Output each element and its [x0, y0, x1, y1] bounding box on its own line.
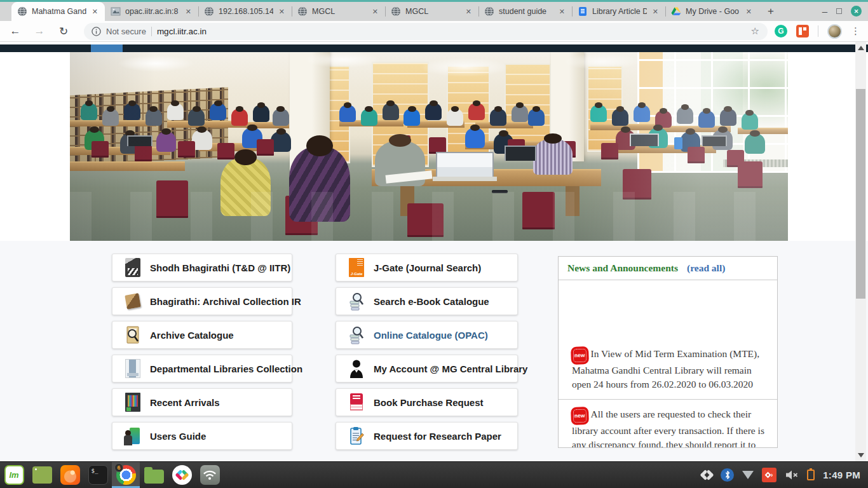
link-shodh-bhagirathi[interactable]: Shodh Bhagirathi (T&D @ IITR) — [112, 254, 292, 281]
bluetooth-icon[interactable] — [721, 468, 734, 482]
taskbar: lm $_ 6 › 1:49 PM — [0, 461, 868, 488]
tab-close-icon[interactable]: ✕ — [91, 8, 99, 16]
link-label: Users Guide — [150, 431, 206, 442]
firefox-launcher[interactable] — [56, 462, 84, 488]
link-label: Book Purchase Request — [374, 397, 484, 408]
site-nav-bar — [0, 44, 868, 52]
books-magnifier-icon — [349, 325, 364, 344]
tab-close-icon[interactable]: ✕ — [745, 8, 753, 16]
link-label: J-Gate (Journal Search) — [374, 262, 481, 273]
tab-title: Library Article D — [592, 7, 647, 16]
image-favicon-icon — [111, 6, 121, 17]
network-settings-launcher[interactable] — [196, 462, 224, 488]
address-bar[interactable]: Not secure mgcl.iitr.ac.in — [84, 23, 768, 40]
reload-button[interactable]: ↻ — [56, 25, 71, 38]
page-scrollbar[interactable] — [855, 42, 866, 461]
tab-close-icon[interactable]: ✕ — [184, 8, 193, 16]
tab-mgcl-2[interactable]: MGCL ✕ — [385, 2, 478, 21]
news-header: News and Announcements (read all) — [559, 257, 777, 280]
files-launcher[interactable] — [140, 462, 168, 488]
extension-icon[interactable] — [796, 25, 809, 37]
red-book-icon — [349, 393, 364, 412]
person-silhouette-icon — [349, 359, 364, 378]
link-recent-arrivals[interactable]: Recent Arrivals — [112, 388, 292, 416]
link-label: My Account @ MG Central Library — [374, 363, 527, 374]
browser-window: Mahatma Gand ✕ opac.iitr.ac.in:8 ✕ 192.1… — [0, 0, 868, 488]
battery-icon[interactable] — [807, 470, 815, 480]
tab-close-icon[interactable]: ✕ — [465, 8, 473, 16]
globe-favicon-icon — [17, 6, 27, 17]
scroll-up-icon[interactable] — [858, 46, 864, 50]
link-archive-catalogue[interactable]: Archive Catalogue — [112, 321, 292, 349]
new-tab-button[interactable]: + — [763, 3, 779, 20]
tab-title: MGCL — [312, 7, 367, 16]
news-title: News and Announcements — [567, 262, 678, 274]
read-all-link[interactable]: (read all) — [687, 262, 725, 274]
slack-tray-icon[interactable] — [702, 470, 712, 480]
tab-title: My Drive - Goo — [686, 7, 740, 16]
new-badge: new — [572, 408, 588, 424]
link-departmental-libraries[interactable]: Departmental Libraries Collection — [112, 355, 292, 383]
tab-close-icon[interactable]: ✕ — [371, 8, 379, 16]
bookmark-star-icon[interactable]: ☆ — [751, 25, 759, 37]
back-button[interactable]: ← — [8, 25, 23, 37]
link-bhagirathi-archival[interactable]: Bhagirathi: Archival Collection IR — [112, 287, 292, 315]
news-item: newIn View of Mid Term Examination (MTE)… — [559, 339, 777, 400]
minimize-button[interactable]: – — [822, 8, 827, 15]
close-window-button[interactable]: ✕ — [851, 6, 862, 17]
show-desktop-button[interactable] — [28, 462, 56, 488]
tab-close-icon[interactable]: ✕ — [558, 8, 566, 16]
tab-mgcl-1[interactable]: MGCL ✕ — [292, 2, 385, 21]
news-panel: News and Announcements (read all) newIn … — [558, 256, 778, 448]
link-label: Request for Research Paper — [374, 431, 501, 442]
chrome-window-button[interactable]: 6 — [112, 462, 140, 488]
browser-toolbar: ← → ↻ Not secure mgcl.iitr.ac.in ☆ G ⋮ — [0, 21, 868, 42]
forward-button[interactable]: → — [32, 25, 47, 37]
grammarly-extension-icon[interactable]: G — [775, 25, 787, 37]
chrome-window-count-badge: 6 — [114, 463, 123, 472]
mint-menu-button[interactable]: lm — [0, 462, 28, 488]
clipboard-pencil-icon — [349, 426, 364, 445]
link-research-paper[interactable]: Request for Research Paper — [336, 422, 518, 450]
link-opac[interactable]: Online Catalogue (OPAC) — [336, 321, 518, 349]
profile-avatar[interactable] — [827, 24, 842, 39]
link-my-account[interactable]: My Account @ MG Central Library — [336, 355, 518, 383]
tab-close-icon[interactable]: ✕ — [651, 8, 660, 16]
tab-title: MGCL — [405, 7, 460, 16]
scrollbar-thumb[interactable] — [856, 89, 865, 299]
link-users-guide[interactable]: Users Guide — [112, 422, 292, 450]
slack-launcher[interactable] — [168, 462, 196, 488]
chrome-menu-icon[interactable]: ⋮ — [851, 25, 860, 37]
system-tray: › 1:49 PM — [702, 462, 868, 488]
link-label: Recent Arrivals — [150, 397, 220, 408]
link-ebook-catalogue[interactable]: Search e-Book Catalogue — [336, 287, 518, 315]
tab-my-drive[interactable]: My Drive - Goo ✕ — [665, 2, 759, 21]
tab-close-icon[interactable]: ✕ — [278, 8, 286, 16]
nav-active-item[interactable] — [91, 44, 123, 52]
tab-opac[interactable]: opac.iitr.ac.in:8 ✕ — [105, 2, 198, 21]
library-photo — [70, 52, 788, 241]
new-badge: new — [572, 348, 588, 364]
link-jgate[interactable]: J-Gate J-Gate (Journal Search) — [336, 254, 518, 281]
taskbar-launchers: lm $_ 6 — [0, 462, 224, 488]
link-label: Departmental Libraries Collection — [150, 363, 302, 374]
link-book-purchase[interactable]: Book Purchase Request — [336, 388, 518, 416]
tab-library-article[interactable]: Library Article D ✕ — [572, 2, 665, 21]
restore-button[interactable] — [836, 8, 842, 14]
tab-student-guide[interactable]: student guide ✕ — [478, 2, 572, 21]
globe-favicon-icon — [204, 6, 214, 17]
globe-favicon-icon — [391, 6, 401, 17]
archive-box-icon — [125, 292, 140, 311]
tab-ip-address[interactable]: 192.168.105.14 ✕ — [198, 2, 292, 21]
news-item: newAll the users are requested to check … — [559, 400, 777, 448]
info-icon[interactable] — [92, 27, 101, 36]
tab-mahatma-gandhi[interactable]: Mahatma Gand ✕ — [11, 2, 105, 21]
tab-title: Mahatma Gand — [32, 7, 86, 16]
scroll-down-icon[interactable] — [858, 453, 864, 458]
terminal-launcher[interactable]: $_ — [84, 462, 112, 488]
network-signal-icon[interactable] — [742, 471, 754, 479]
volume-muted-icon[interactable] — [785, 470, 799, 480]
anydesk-icon[interactable]: › — [762, 468, 776, 482]
news-text: All the users are requested to check the… — [572, 409, 764, 448]
desktop-icon — [32, 466, 52, 484]
